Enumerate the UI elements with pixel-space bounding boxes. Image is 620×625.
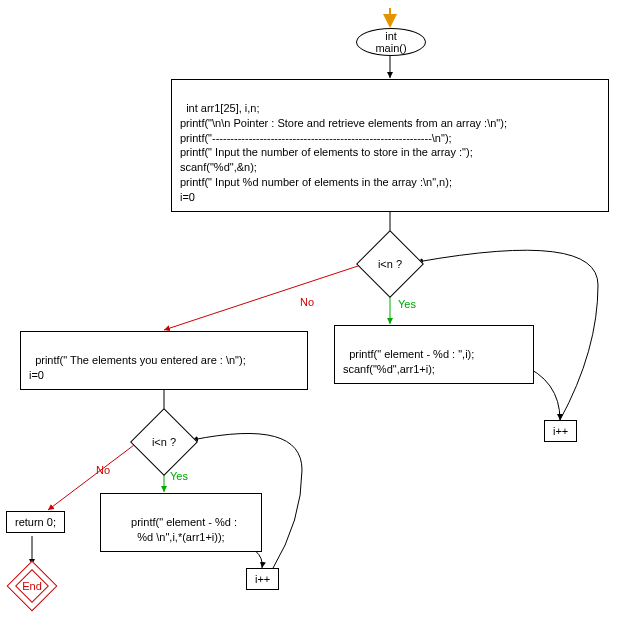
- svg-line-4: [164, 264, 364, 330]
- node-loop1-body: printf(" element - %d : ",i); scanf("%d"…: [334, 325, 534, 384]
- node-return-text: return 0;: [15, 516, 56, 528]
- node-afterloop1: printf(" The elements you entered are : …: [20, 331, 308, 390]
- node-main: int main(): [356, 28, 426, 56]
- node-init: int arr1[25], i,n; printf("\n\n Pointer …: [171, 79, 609, 212]
- node-init-text: int arr1[25], i,n; printf("\n\n Pointer …: [180, 102, 507, 203]
- node-loop1-body-text: printf(" element - %d : ",i); scanf("%d"…: [343, 348, 474, 375]
- node-end-text: End: [22, 580, 42, 592]
- label-cond2-yes: Yes: [170, 470, 188, 482]
- node-cond1-text: i<n ?: [378, 258, 402, 270]
- node-end: End: [14, 568, 50, 604]
- node-main-text: int main(): [371, 30, 411, 54]
- node-cond2-text: i<n ?: [152, 436, 176, 448]
- node-cond2: i<n ?: [140, 418, 188, 466]
- node-afterloop1-text: printf(" The elements you entered are : …: [29, 354, 246, 381]
- node-return: return 0;: [6, 511, 65, 533]
- node-loop2-body-text: printf(" element - %d : %d \n",i,*(arr1+…: [131, 516, 237, 543]
- node-inc1: i++: [544, 420, 577, 442]
- label-cond1-no: No: [300, 296, 314, 308]
- node-inc1-text: i++: [553, 425, 568, 437]
- node-inc2: i++: [246, 568, 279, 590]
- node-loop2-body: printf(" element - %d : %d \n",i,*(arr1+…: [100, 493, 262, 552]
- node-inc2-text: i++: [255, 573, 270, 585]
- node-cond1: i<n ?: [366, 240, 414, 288]
- label-cond2-no: No: [96, 464, 110, 476]
- label-cond1-yes: Yes: [398, 298, 416, 310]
